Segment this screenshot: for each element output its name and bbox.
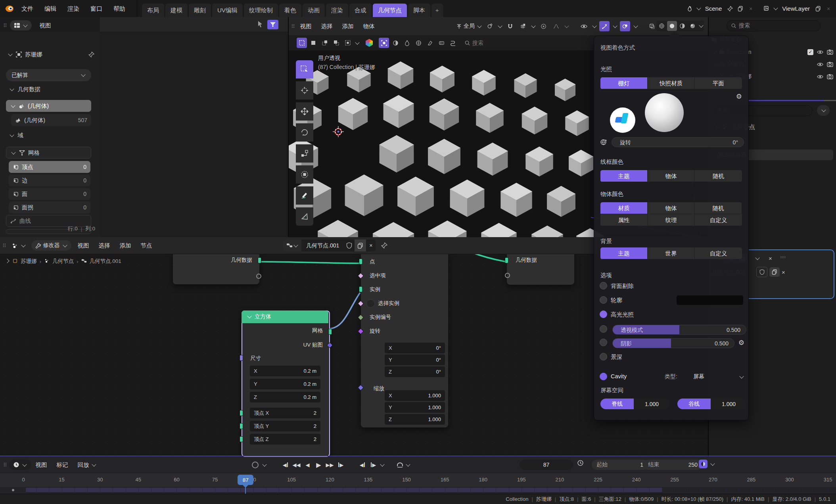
overlay-option-7-icon[interactable] xyxy=(448,38,458,48)
select-mode-chevron[interactable] xyxy=(355,40,359,44)
pivot-chevron[interactable] xyxy=(498,23,502,28)
xray-toggle-button[interactable] xyxy=(647,21,657,31)
geometry-data-section[interactable]: 几何数据 xyxy=(9,86,40,93)
workspace-tab-1[interactable]: 建模 xyxy=(165,4,188,17)
select-mode-tweak-icon[interactable] xyxy=(297,38,307,48)
shading-solid-icon[interactable] xyxy=(667,21,677,31)
xray-slider[interactable]: 透视模式 0.500 xyxy=(612,325,746,335)
play-reverse-button[interactable]: ◀ xyxy=(302,460,313,470)
xray-toggle[interactable] xyxy=(600,325,607,333)
object-color-option-4[interactable]: 纹理 xyxy=(648,214,695,226)
autokey-chevron[interactable] xyxy=(262,462,267,466)
breadcrumb-item-2[interactable]: 几何节点.001 xyxy=(90,258,121,265)
scale-field-1[interactable]: Y1.000 xyxy=(385,402,445,413)
editor-type-button[interactable] xyxy=(10,20,32,31)
tool-transform[interactable] xyxy=(296,165,313,184)
data-source-object[interactable]: 苏珊娜 xyxy=(7,51,94,58)
breadcrumb-item-0[interactable]: 苏珊娜 xyxy=(21,258,37,265)
shading-material-icon[interactable] xyxy=(677,21,687,31)
visibility-chevron[interactable] xyxy=(592,23,596,28)
properties-filter-chevron[interactable] xyxy=(817,105,830,116)
dof-toggle[interactable] xyxy=(600,353,607,360)
node-group-output[interactable]: 几何数据 xyxy=(507,251,574,285)
tool-scale[interactable] xyxy=(296,144,313,163)
cube-vertex-field-1[interactable]: 顶点 Y2 xyxy=(250,421,320,431)
viewport-menu-0[interactable]: 视图 xyxy=(295,17,316,35)
frame-start-field[interactable]: 起始1 xyxy=(592,460,648,470)
instance-input-0[interactable]: 点 xyxy=(361,257,444,266)
step-forward-button[interactable]: ▶ xyxy=(368,460,379,470)
workspace-tab-10[interactable]: 脚本 xyxy=(408,4,430,17)
current-frame-badge[interactable]: 87 xyxy=(238,475,253,485)
viewlayer-icon[interactable] xyxy=(762,4,771,13)
shadow-toggle[interactable] xyxy=(600,339,607,346)
object-color-option-2[interactable]: 随机 xyxy=(695,202,742,214)
geometry-item-row[interactable]: (几何体) xyxy=(6,100,91,112)
overlay-option-2-icon[interactable] xyxy=(390,38,401,48)
node-context-dropdown[interactable]: 修改器 xyxy=(31,240,71,251)
shading-wireframe-icon[interactable] xyxy=(657,21,667,31)
snap-settings-button[interactable] xyxy=(518,21,528,31)
studiolight-gear-icon[interactable]: ⚙ xyxy=(736,93,742,100)
scene-name[interactable]: Scene xyxy=(703,5,725,12)
pin-icon[interactable] xyxy=(381,242,387,249)
object-color-option-0[interactable]: 材质 xyxy=(600,202,648,214)
scale-field-0[interactable]: X1.000 xyxy=(385,390,445,401)
play-button[interactable]: ▶ xyxy=(313,460,324,470)
current-frame-field[interactable]: 87 xyxy=(520,460,573,470)
prev-keyframe-button[interactable]: ◀◀ xyxy=(291,460,302,470)
backface-culling-toggle[interactable] xyxy=(600,282,607,289)
lighting-option-2[interactable]: 平面 xyxy=(695,77,742,89)
instance-input-1[interactable]: 选中项 xyxy=(361,271,444,280)
wireframe-color-option-1[interactable]: 物体 xyxy=(648,170,695,182)
background-option-1[interactable]: 世界 xyxy=(648,247,695,259)
geometry-child-row[interactable]: (几何体) 507 xyxy=(11,114,91,126)
instance-input-4[interactable]: 实例编号 xyxy=(361,312,444,322)
mesh-output-socket[interactable] xyxy=(328,329,332,335)
geometry-input-socket[interactable] xyxy=(505,257,508,263)
snap-magnet-icon[interactable] xyxy=(505,21,515,31)
overlay-option-1-icon[interactable] xyxy=(379,38,389,48)
node-instance-on-points[interactable]: 点选中项实例选择实例实例编号旋转 X0°Y0°Z0° 缩放 X1.000Y1.0… xyxy=(361,252,448,427)
node-group-input[interactable]: 几何数据 xyxy=(173,252,259,284)
instance-input-2[interactable]: 实例 xyxy=(361,285,444,294)
lighting-option-1[interactable]: 快照材质 xyxy=(648,77,695,89)
overlay-option-5-icon[interactable] xyxy=(425,38,435,48)
material-preview-icon[interactable] xyxy=(365,39,373,47)
instance-input-3[interactable]: 选择实例 xyxy=(361,299,444,308)
editor-type-button[interactable] xyxy=(9,460,31,470)
wireframe-color-option-2[interactable]: 随机 xyxy=(695,170,742,182)
rotation-slider[interactable]: 旋转 0° xyxy=(612,137,744,147)
modifier-shield-button[interactable] xyxy=(756,267,767,277)
domain-row-1[interactable]: 边0 xyxy=(9,174,90,186)
select-mode-new-icon[interactable] xyxy=(308,38,318,48)
blender-logo-icon[interactable] xyxy=(4,4,14,13)
cube-size-field-2[interactable]: Z0.2 m xyxy=(250,392,320,402)
timeline-menu-1[interactable]: 标记 xyxy=(52,457,73,473)
cube-vertex-field-0[interactable]: 顶点 X2 xyxy=(250,408,320,418)
object-color-option-3[interactable]: 属性 xyxy=(600,214,648,226)
topbar-menu-3[interactable]: 窗口 xyxy=(85,0,108,17)
cube-size-field-0[interactable]: X0.2 m xyxy=(250,366,320,376)
autokey-record-button[interactable] xyxy=(250,460,261,470)
gizmo-toggle-button[interactable] xyxy=(599,21,610,31)
frame-end-field[interactable]: 结束250 xyxy=(643,460,702,470)
breadcrumb-item-1[interactable]: 几何节点 xyxy=(52,258,74,265)
copy-icon[interactable] xyxy=(736,4,745,13)
modifier-unlink-icon[interactable]: × xyxy=(782,269,785,275)
object-color-option-1[interactable]: 物体 xyxy=(648,202,695,214)
exclude-checkbox[interactable]: ✓ xyxy=(807,49,813,55)
workspace-tab-0[interactable]: 布局 xyxy=(142,4,164,17)
virtual-socket[interactable] xyxy=(256,274,261,279)
timeline-menu-2[interactable]: 回放 xyxy=(73,457,94,473)
jump-to-start-button[interactable]: ◀ xyxy=(280,460,291,470)
gizmo-chevron[interactable] xyxy=(613,23,617,28)
drag-dots-icon[interactable]: ⠿ xyxy=(3,462,7,468)
viewport-menu-1[interactable]: 选择 xyxy=(316,17,337,35)
domain-row-3[interactable]: 面拐0 xyxy=(9,201,90,213)
select-mode-subtract-icon[interactable] xyxy=(331,38,341,48)
copy-datablock-button[interactable] xyxy=(355,240,366,251)
modifier-drag-dots[interactable]: ⠛⠛ xyxy=(780,256,786,261)
instance-input-socket-0[interactable] xyxy=(359,259,362,264)
overlay-option-4-icon[interactable] xyxy=(413,38,424,48)
